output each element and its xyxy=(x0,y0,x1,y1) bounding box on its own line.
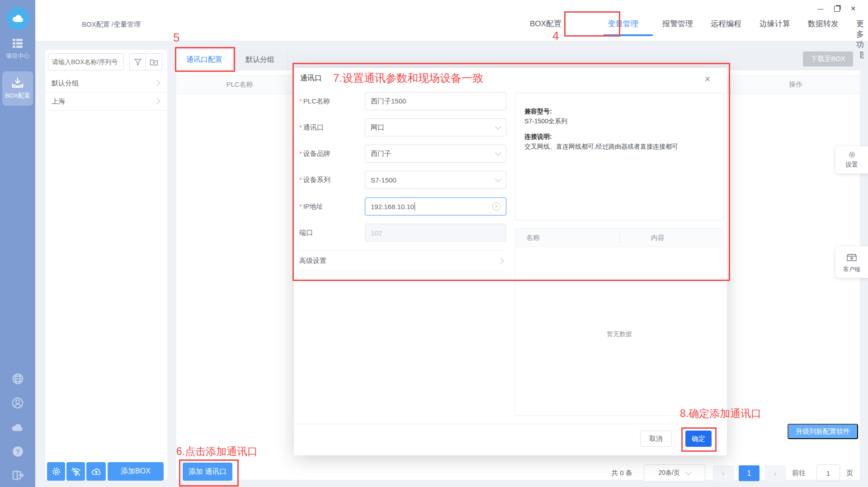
group-item-default[interactable]: 默认分组 xyxy=(45,74,167,93)
dialog-footer-divider xyxy=(294,424,727,424)
add-group-button[interactable] xyxy=(146,53,162,70)
add-folder-icon xyxy=(150,58,158,66)
group-item-shanghai[interactable]: 上海 xyxy=(45,92,167,111)
download-to-box-label: 下载至BOX xyxy=(811,55,845,63)
svg-text:?: ? xyxy=(16,448,20,455)
minimize-button[interactable]: — xyxy=(815,4,826,14)
chevron-right-icon xyxy=(154,80,160,86)
field-label-plc-name: *PLC名称 xyxy=(299,97,330,106)
chevron-down-icon xyxy=(495,150,501,156)
compat-title: 兼容型号: xyxy=(524,108,552,116)
project-center-icon xyxy=(12,38,24,49)
search-input[interactable] xyxy=(48,53,124,70)
nav-box-config[interactable]: BOX配置 xyxy=(530,19,561,29)
page-size-value: 20条/页 xyxy=(658,469,679,477)
page-number: 1 xyxy=(747,469,751,478)
comm-port-dialog: 通讯口 ✕ *PLC名称 西门子1500 *通讯口 网口 *设备品牌 西门子 *… xyxy=(294,68,727,455)
required-mark: * xyxy=(299,97,302,105)
restore-icon xyxy=(834,6,840,12)
next-page-button[interactable]: › xyxy=(765,465,786,481)
tab-port-config[interactable]: 通讯口配置 xyxy=(176,50,232,70)
cloud-upload-icon[interactable] xyxy=(11,421,24,434)
clear-input-icon[interactable]: ✕ xyxy=(492,202,500,211)
params-table-header: 名称 内容 xyxy=(515,229,723,247)
column-divider xyxy=(619,232,620,243)
column-content: 内容 xyxy=(651,234,665,242)
ip-address-value: 192.168.10.10 xyxy=(371,203,414,211)
goto-page-value: 1 xyxy=(826,469,830,477)
sidebar-item-box-config[interactable]: BOX配置 xyxy=(2,71,33,106)
nav-variable-management[interactable]: 变量管理 xyxy=(608,19,638,29)
logout-icon[interactable] xyxy=(12,469,24,482)
chevron-down-icon xyxy=(495,123,501,130)
chevron-left-icon: ‹ xyxy=(722,469,724,478)
field-label-port: 端口 xyxy=(299,229,313,237)
series-select[interactable]: S7-1500 xyxy=(365,171,506,189)
prev-page-button[interactable]: ‹ xyxy=(713,465,734,481)
conn-title: 连接说明: xyxy=(524,133,552,141)
chevron-down-icon xyxy=(685,469,692,475)
settings-label: 设置 xyxy=(845,161,858,169)
port-type-select[interactable]: 网口 xyxy=(365,118,506,136)
port-input: 102 xyxy=(365,224,506,242)
minimize-icon: — xyxy=(818,5,824,12)
required-mark: * xyxy=(299,123,302,131)
user-icon[interactable] xyxy=(11,397,24,409)
dialog-title: 通讯口 xyxy=(300,74,322,83)
add-port-button[interactable]: 添加 通讯口 xyxy=(183,463,232,481)
sidebar-item-label: BOX配置 xyxy=(5,92,30,100)
confirm-button[interactable]: 确定 xyxy=(685,431,712,447)
download-to-box-button[interactable]: 下载至BOX xyxy=(803,52,853,66)
upgrade-button[interactable]: 升级到新配置软件 xyxy=(788,424,858,439)
ip-address-input[interactable]: 192.168.10.10 ✕ xyxy=(365,197,506,215)
help-icon[interactable]: ? xyxy=(12,445,24,458)
wifi-off-icon xyxy=(71,467,81,476)
plc-name-input[interactable]: 西门子1500 xyxy=(365,92,506,110)
page-unit-label: 页 xyxy=(846,469,853,478)
top-header: BOX配置 /变量管理 BOX配置 变量管理 报警管理 远程编程 边缘计算 数据… xyxy=(35,0,868,41)
cancel-button[interactable]: 取消 xyxy=(640,431,672,447)
settings-side-tab[interactable]: 设置 xyxy=(835,146,868,173)
pagination-total: 共 0 条 xyxy=(611,469,632,478)
required-mark: * xyxy=(299,176,302,183)
restore-button[interactable] xyxy=(831,4,843,14)
chevron-right-icon xyxy=(497,258,504,264)
brand-value: 西门子 xyxy=(371,150,391,158)
advanced-settings-row[interactable]: 高级设置 xyxy=(299,250,506,271)
required-mark: * xyxy=(299,202,302,210)
add-box-button[interactable]: 添加BOX xyxy=(108,462,164,481)
cloud-logo-icon xyxy=(11,14,25,23)
page-size-select[interactable]: 20条/页 xyxy=(644,464,705,482)
confirm-label: 确定 xyxy=(692,435,705,443)
wifi-status-button[interactable] xyxy=(66,462,85,481)
tab-default-group[interactable]: 默认分组 xyxy=(232,50,288,70)
box-list-panel: 默认分组 上海 添加BOX xyxy=(45,50,167,480)
dialog-close-button[interactable]: ✕ xyxy=(701,72,714,86)
chevron-right-icon xyxy=(154,98,160,104)
column-action: 操作 xyxy=(778,80,814,89)
tab-label: 默认分组 xyxy=(245,55,274,65)
settings-gear-button[interactable] xyxy=(47,462,65,481)
page-1-button[interactable]: 1 xyxy=(739,465,760,481)
column-plc-name: PLC名称 xyxy=(212,80,267,89)
required-mark: * xyxy=(299,150,302,157)
nav-alarm-management[interactable]: 报警管理 xyxy=(662,19,693,29)
sidebar-item-project-center[interactable]: 项目中心 xyxy=(0,38,35,60)
tab-label: 通讯口配置 xyxy=(186,55,222,65)
filter-button[interactable] xyxy=(129,53,146,70)
close-icon: ✕ xyxy=(704,75,711,84)
client-download-icon xyxy=(845,251,858,263)
client-side-tab[interactable]: 客户端 xyxy=(835,246,868,278)
plc-name-value: 西门子1500 xyxy=(371,97,406,106)
brand-select[interactable]: 西门子 xyxy=(365,145,506,163)
nav-edge-computing[interactable]: 边缘计算 xyxy=(760,19,790,29)
nav-remote-programming[interactable]: 远程编程 xyxy=(711,19,741,29)
add-port-label: 添加 通讯口 xyxy=(189,467,226,477)
close-button[interactable]: ✕ xyxy=(847,4,859,14)
nav-data-forwarding[interactable]: 数据转发 xyxy=(808,19,839,29)
goto-page-input[interactable]: 1 xyxy=(816,464,840,482)
breadcrumb: BOX配置 /变量管理 xyxy=(82,20,141,29)
globe-icon[interactable] xyxy=(11,372,24,385)
cloud-sync-button[interactable] xyxy=(86,462,106,481)
app-window: BOX配置 /变量管理 BOX配置 变量管理 报警管理 远程编程 边缘计算 数据… xyxy=(0,0,868,487)
